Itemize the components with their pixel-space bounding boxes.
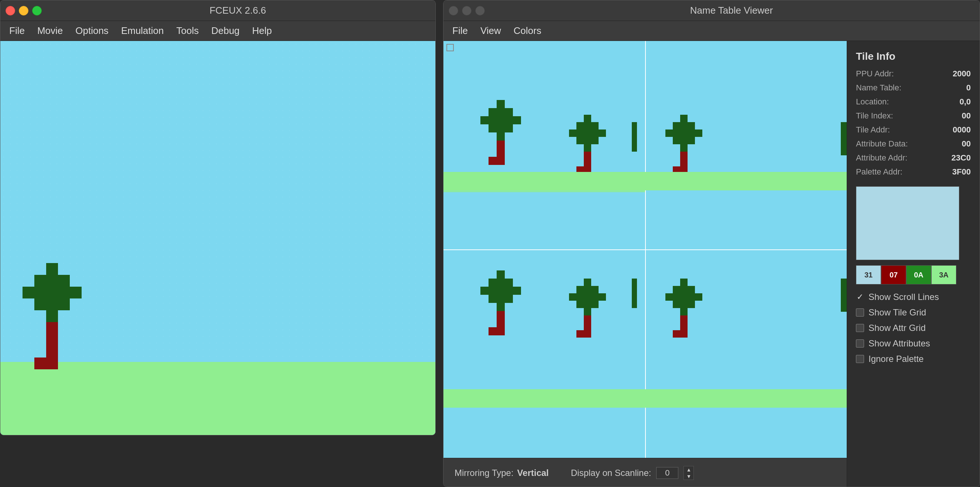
tree-q3-left <box>480 270 521 335</box>
nt-canvas-area: Mirroring Type: Vertical Display on Scan… <box>444 41 847 487</box>
mirroring-value: Vertical <box>517 468 549 478</box>
main-tree <box>22 263 82 369</box>
name-table-label: Name Table: <box>856 83 901 93</box>
nt-menu-colors[interactable]: Colors <box>509 23 547 39</box>
attr-addr-value: 23C0 <box>951 153 971 163</box>
attr-data-row: Attribute Data: 00 <box>856 139 971 149</box>
tile-addr-row: Tile Addr: 0000 <box>856 125 971 135</box>
tree-q1-left <box>480 100 521 165</box>
palette-preview <box>856 186 959 260</box>
menu-options[interactable]: Options <box>70 23 114 39</box>
tile-index-label: Tile Index: <box>856 111 893 121</box>
fceux-title: FCEUX 2.6.6 <box>45 5 430 16</box>
fceux-menu-bar: File Movie Options Emulation Tools Debug… <box>0 21 435 41</box>
cb-label-tile-grid: Show Tile Grid <box>869 307 926 318</box>
swatch-1[interactable]: 07 <box>881 265 906 284</box>
name-table-value: 0 <box>966 83 971 93</box>
palette-swatches: 31 07 0A 3A <box>856 265 971 284</box>
palette-addr-row: Palette Addr: 3F00 <box>856 167 971 177</box>
nt-close-button <box>449 6 458 16</box>
location-value: 0,0 <box>959 97 971 106</box>
nt-menu-bar: File View Colors <box>444 21 980 41</box>
tile-addr-value: 0000 <box>953 125 971 135</box>
scanline-up[interactable]: ▲ <box>684 466 694 473</box>
nt-title: Name Table Viewer <box>488 5 974 16</box>
attr-data-label: Attribute Data: <box>856 139 908 149</box>
ground-strip-q1 <box>444 172 645 190</box>
nt-menu-view[interactable]: View <box>475 23 506 39</box>
tree-edge-q4 <box>841 279 847 312</box>
nt-menu-file[interactable]: File <box>447 23 473 39</box>
checkbox-ignore-palette[interactable]: Ignore Palette <box>856 354 971 364</box>
scanline-down[interactable]: ▼ <box>684 473 694 480</box>
game-viewport <box>0 41 436 435</box>
tile-info-title: Tile Info <box>856 51 971 62</box>
mirroring-label: Mirroring Type: <box>455 468 514 478</box>
tile-index-value: 00 <box>962 111 971 121</box>
ppu-addr-value: 2000 <box>953 69 971 79</box>
tree-q1-right <box>569 115 606 174</box>
checkbox-show-attr-grid[interactable]: Show Attr Grid <box>856 323 971 333</box>
cb-label-ignore-palette: Ignore Palette <box>869 354 923 364</box>
swatch-3[interactable]: 3A <box>931 265 956 284</box>
tree-q3-right <box>569 279 606 338</box>
nt-title-bar: Name Table Viewer <box>444 0 980 21</box>
name-table-row: Name Table: 0 <box>856 83 971 93</box>
ground <box>0 362 436 435</box>
nt-minimize-button <box>462 6 471 16</box>
scanline-label: Display on Scanline: <box>571 468 651 478</box>
checkbox-show-attributes[interactable]: Show Attributes <box>856 338 971 349</box>
fceux-window: FCEUX 2.6.6 File Movie Options Emulation… <box>0 0 436 435</box>
menu-movie[interactable]: Movie <box>32 23 68 39</box>
palette-addr-value: 3F00 <box>952 167 971 177</box>
checkbox-show-tile-grid[interactable]: Show Tile Grid <box>856 307 971 318</box>
menu-tools[interactable]: Tools <box>171 23 204 39</box>
check-icon-ignore-palette <box>856 355 864 363</box>
menu-emulation[interactable]: Emulation <box>116 23 169 39</box>
ppu-addr-row: PPU Addr: 2000 <box>856 69 971 79</box>
location-row: Location: 0,0 <box>856 97 971 106</box>
scanline-status: Display on Scanline: ▲ ▼ <box>571 466 694 480</box>
nt-corner-marker <box>446 44 454 51</box>
mirroring-status: Mirroring Type: Vertical <box>455 468 549 478</box>
check-icon-attr-grid <box>856 324 864 332</box>
check-icon-scroll-lines: ✓ <box>856 293 864 301</box>
swatch-2[interactable]: 0A <box>906 265 931 284</box>
fceux-title-bar: FCEUX 2.6.6 <box>0 0 435 21</box>
menu-debug[interactable]: Debug <box>206 23 245 39</box>
ppu-addr-label: PPU Addr: <box>856 69 894 79</box>
scanline-input[interactable] <box>656 467 678 479</box>
tile-index-row: Tile Index: 00 <box>856 111 971 121</box>
nametable-window: Name Table Viewer File View Colors <box>443 0 980 487</box>
ground-strip-q3 <box>444 389 645 408</box>
checkbox-show-scroll-lines[interactable]: ✓ Show Scroll Lines <box>856 292 971 302</box>
nt-status-bar: Mirroring Type: Vertical Display on Scan… <box>444 458 847 487</box>
info-panel: Tile Info PPU Addr: 2000 Name Table: 0 L… <box>847 41 980 487</box>
ground-strip-q4 <box>645 389 847 408</box>
swatch-0[interactable]: 31 <box>856 265 881 284</box>
check-icon-tile-grid <box>856 308 864 317</box>
attr-addr-row: Attribute Addr: 23C0 <box>856 153 971 163</box>
tree-q2-left <box>665 115 702 174</box>
tree-edge-q3 <box>632 279 637 308</box>
menu-file[interactable]: File <box>4 23 30 39</box>
cb-label-attr-grid: Show Attr Grid <box>869 323 926 333</box>
tree-q4-left <box>665 279 702 338</box>
nt-content: Mirroring Type: Vertical Display on Scan… <box>444 41 980 487</box>
nt-maximize-button <box>475 6 485 16</box>
nt-canvas[interactable] <box>444 41 847 458</box>
ground-strip-q2 <box>645 172 847 190</box>
scanline-spinner[interactable]: ▲ ▼ <box>684 466 694 480</box>
tree-edge-q1 <box>632 122 637 152</box>
cb-label-scroll-lines: Show Scroll Lines <box>869 292 939 302</box>
minimize-button[interactable] <box>19 6 29 16</box>
palette-addr-label: Palette Addr: <box>856 167 902 177</box>
maximize-button[interactable] <box>32 6 42 16</box>
attr-addr-label: Attribute Addr: <box>856 153 907 163</box>
tree-edge-q2 <box>841 122 847 155</box>
nt-horizontal-divider <box>444 249 847 250</box>
menu-help[interactable]: Help <box>247 23 277 39</box>
tile-addr-label: Tile Addr: <box>856 125 890 135</box>
close-button[interactable] <box>6 6 15 16</box>
cb-label-attributes: Show Attributes <box>869 338 930 349</box>
